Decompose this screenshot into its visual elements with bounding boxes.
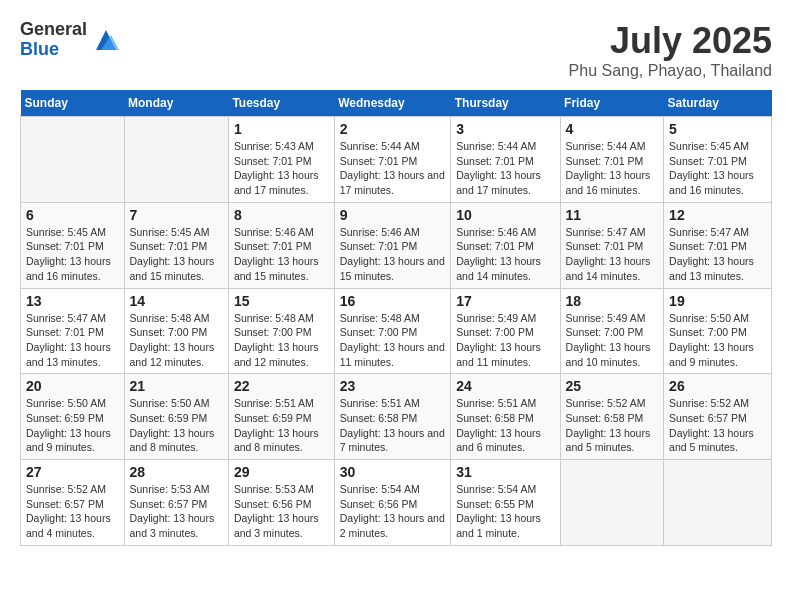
day-cell xyxy=(664,460,772,546)
day-number: 12 xyxy=(669,207,766,223)
header-tuesday: Tuesday xyxy=(228,90,334,117)
day-cell: 11Sunrise: 5:47 AMSunset: 7:01 PMDayligh… xyxy=(560,202,664,288)
day-number: 23 xyxy=(340,378,446,394)
day-number: 21 xyxy=(130,378,223,394)
day-number: 6 xyxy=(26,207,119,223)
day-number: 7 xyxy=(130,207,223,223)
day-number: 11 xyxy=(566,207,659,223)
week-row-3: 13Sunrise: 5:47 AMSunset: 7:01 PMDayligh… xyxy=(21,288,772,374)
day-number: 1 xyxy=(234,121,329,137)
day-cell: 23Sunrise: 5:51 AMSunset: 6:58 PMDayligh… xyxy=(334,374,451,460)
day-cell: 4Sunrise: 5:44 AMSunset: 7:01 PMDaylight… xyxy=(560,117,664,203)
day-cell: 26Sunrise: 5:52 AMSunset: 6:57 PMDayligh… xyxy=(664,374,772,460)
day-info: Sunrise: 5:53 AMSunset: 6:57 PMDaylight:… xyxy=(130,482,223,541)
day-cell xyxy=(560,460,664,546)
day-cell: 17Sunrise: 5:49 AMSunset: 7:00 PMDayligh… xyxy=(451,288,560,374)
day-cell: 25Sunrise: 5:52 AMSunset: 6:58 PMDayligh… xyxy=(560,374,664,460)
logo-icon xyxy=(91,25,121,55)
day-number: 13 xyxy=(26,293,119,309)
logo-blue: Blue xyxy=(20,40,87,60)
logo-general: General xyxy=(20,20,87,40)
day-info: Sunrise: 5:43 AMSunset: 7:01 PMDaylight:… xyxy=(234,139,329,198)
calendar-header: SundayMondayTuesdayWednesdayThursdayFrid… xyxy=(21,90,772,117)
subtitle: Phu Sang, Phayao, Thailand xyxy=(569,62,772,80)
day-info: Sunrise: 5:51 AMSunset: 6:58 PMDaylight:… xyxy=(340,396,446,455)
day-info: Sunrise: 5:52 AMSunset: 6:57 PMDaylight:… xyxy=(26,482,119,541)
day-info: Sunrise: 5:50 AMSunset: 6:59 PMDaylight:… xyxy=(26,396,119,455)
week-row-5: 27Sunrise: 5:52 AMSunset: 6:57 PMDayligh… xyxy=(21,460,772,546)
day-number: 29 xyxy=(234,464,329,480)
day-info: Sunrise: 5:48 AMSunset: 7:00 PMDaylight:… xyxy=(234,311,329,370)
day-cell: 15Sunrise: 5:48 AMSunset: 7:00 PMDayligh… xyxy=(228,288,334,374)
day-info: Sunrise: 5:46 AMSunset: 7:01 PMDaylight:… xyxy=(234,225,329,284)
day-info: Sunrise: 5:44 AMSunset: 7:01 PMDaylight:… xyxy=(566,139,659,198)
day-info: Sunrise: 5:47 AMSunset: 7:01 PMDaylight:… xyxy=(26,311,119,370)
day-info: Sunrise: 5:45 AMSunset: 7:01 PMDaylight:… xyxy=(26,225,119,284)
day-number: 28 xyxy=(130,464,223,480)
day-info: Sunrise: 5:45 AMSunset: 7:01 PMDaylight:… xyxy=(130,225,223,284)
day-info: Sunrise: 5:53 AMSunset: 6:56 PMDaylight:… xyxy=(234,482,329,541)
day-number: 17 xyxy=(456,293,554,309)
day-number: 31 xyxy=(456,464,554,480)
day-info: Sunrise: 5:50 AMSunset: 7:00 PMDaylight:… xyxy=(669,311,766,370)
day-info: Sunrise: 5:49 AMSunset: 7:00 PMDaylight:… xyxy=(566,311,659,370)
main-title: July 2025 xyxy=(569,20,772,62)
day-info: Sunrise: 5:44 AMSunset: 7:01 PMDaylight:… xyxy=(456,139,554,198)
day-info: Sunrise: 5:47 AMSunset: 7:01 PMDaylight:… xyxy=(669,225,766,284)
day-cell: 22Sunrise: 5:51 AMSunset: 6:59 PMDayligh… xyxy=(228,374,334,460)
day-cell: 19Sunrise: 5:50 AMSunset: 7:00 PMDayligh… xyxy=(664,288,772,374)
header-thursday: Thursday xyxy=(451,90,560,117)
page-header: General Blue July 2025 Phu Sang, Phayao,… xyxy=(20,20,772,80)
day-number: 19 xyxy=(669,293,766,309)
day-info: Sunrise: 5:51 AMSunset: 6:58 PMDaylight:… xyxy=(456,396,554,455)
day-cell: 7Sunrise: 5:45 AMSunset: 7:01 PMDaylight… xyxy=(124,202,228,288)
day-number: 4 xyxy=(566,121,659,137)
day-info: Sunrise: 5:46 AMSunset: 7:01 PMDaylight:… xyxy=(340,225,446,284)
day-number: 27 xyxy=(26,464,119,480)
day-number: 14 xyxy=(130,293,223,309)
day-cell: 2Sunrise: 5:44 AMSunset: 7:01 PMDaylight… xyxy=(334,117,451,203)
header-monday: Monday xyxy=(124,90,228,117)
week-row-2: 6Sunrise: 5:45 AMSunset: 7:01 PMDaylight… xyxy=(21,202,772,288)
day-cell: 6Sunrise: 5:45 AMSunset: 7:01 PMDaylight… xyxy=(21,202,125,288)
day-number: 22 xyxy=(234,378,329,394)
day-cell xyxy=(21,117,125,203)
day-number: 18 xyxy=(566,293,659,309)
day-cell: 3Sunrise: 5:44 AMSunset: 7:01 PMDaylight… xyxy=(451,117,560,203)
calendar-table: SundayMondayTuesdayWednesdayThursdayFrid… xyxy=(20,90,772,546)
day-cell: 31Sunrise: 5:54 AMSunset: 6:55 PMDayligh… xyxy=(451,460,560,546)
day-info: Sunrise: 5:54 AMSunset: 6:56 PMDaylight:… xyxy=(340,482,446,541)
day-number: 2 xyxy=(340,121,446,137)
week-row-4: 20Sunrise: 5:50 AMSunset: 6:59 PMDayligh… xyxy=(21,374,772,460)
week-row-1: 1Sunrise: 5:43 AMSunset: 7:01 PMDaylight… xyxy=(21,117,772,203)
day-cell: 29Sunrise: 5:53 AMSunset: 6:56 PMDayligh… xyxy=(228,460,334,546)
header-sunday: Sunday xyxy=(21,90,125,117)
day-number: 16 xyxy=(340,293,446,309)
day-info: Sunrise: 5:48 AMSunset: 7:00 PMDaylight:… xyxy=(130,311,223,370)
day-cell xyxy=(124,117,228,203)
day-cell: 27Sunrise: 5:52 AMSunset: 6:57 PMDayligh… xyxy=(21,460,125,546)
day-info: Sunrise: 5:47 AMSunset: 7:01 PMDaylight:… xyxy=(566,225,659,284)
day-info: Sunrise: 5:51 AMSunset: 6:59 PMDaylight:… xyxy=(234,396,329,455)
calendar-body: 1Sunrise: 5:43 AMSunset: 7:01 PMDaylight… xyxy=(21,117,772,546)
header-saturday: Saturday xyxy=(664,90,772,117)
day-number: 5 xyxy=(669,121,766,137)
day-info: Sunrise: 5:45 AMSunset: 7:01 PMDaylight:… xyxy=(669,139,766,198)
day-cell: 30Sunrise: 5:54 AMSunset: 6:56 PMDayligh… xyxy=(334,460,451,546)
day-number: 9 xyxy=(340,207,446,223)
day-info: Sunrise: 5:44 AMSunset: 7:01 PMDaylight:… xyxy=(340,139,446,198)
day-cell: 1Sunrise: 5:43 AMSunset: 7:01 PMDaylight… xyxy=(228,117,334,203)
day-number: 10 xyxy=(456,207,554,223)
day-cell: 5Sunrise: 5:45 AMSunset: 7:01 PMDaylight… xyxy=(664,117,772,203)
day-cell: 8Sunrise: 5:46 AMSunset: 7:01 PMDaylight… xyxy=(228,202,334,288)
header-friday: Friday xyxy=(560,90,664,117)
day-info: Sunrise: 5:50 AMSunset: 6:59 PMDaylight:… xyxy=(130,396,223,455)
day-number: 25 xyxy=(566,378,659,394)
day-cell: 16Sunrise: 5:48 AMSunset: 7:00 PMDayligh… xyxy=(334,288,451,374)
day-cell: 10Sunrise: 5:46 AMSunset: 7:01 PMDayligh… xyxy=(451,202,560,288)
day-cell: 20Sunrise: 5:50 AMSunset: 6:59 PMDayligh… xyxy=(21,374,125,460)
title-area: July 2025 Phu Sang, Phayao, Thailand xyxy=(569,20,772,80)
day-number: 26 xyxy=(669,378,766,394)
header-wednesday: Wednesday xyxy=(334,90,451,117)
day-number: 20 xyxy=(26,378,119,394)
